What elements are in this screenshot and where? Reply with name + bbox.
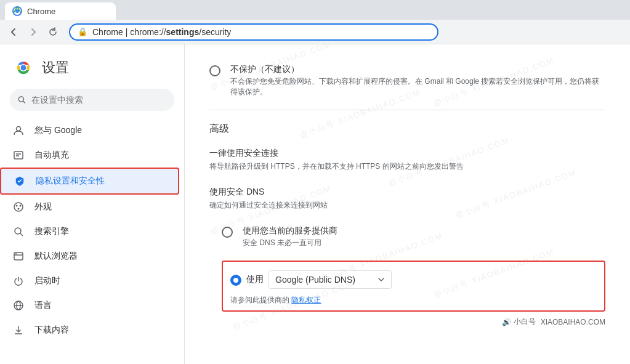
chrome-tab-icon xyxy=(12,6,22,16)
autofill-icon xyxy=(12,149,25,161)
dns-current-option[interactable]: 使用您当前的服务提供商 安全 DNS 未必一直可用 xyxy=(222,218,605,256)
privacy-note-text: 请参阅此提供商的 xyxy=(230,296,289,304)
main-content: @小白号 XIAOBAIHAO.COM @小白号 XIAOBAIHAO.COM … xyxy=(185,44,630,364)
address-bar[interactable]: 🔒 Chrome | chrome://settings/security xyxy=(69,23,438,41)
svg-point-4 xyxy=(21,65,26,71)
svg-line-16 xyxy=(20,233,23,236)
privacy-link[interactable]: 隐私权正 xyxy=(291,296,321,304)
sidebar: 设置 您与 Google xyxy=(0,44,185,364)
palette-icon xyxy=(12,201,25,213)
shield-icon xyxy=(14,175,26,187)
no-protection-option[interactable]: 不保护（不建议） 不会保护您免受危险网站、下载内容和扩展程序的侵害。在 Gmai… xyxy=(209,57,605,105)
no-protection-desc: 不会保护您免受危险网站、下载内容和扩展程序的侵害。在 Gmail 和 Googl… xyxy=(230,76,605,97)
svg-point-11 xyxy=(14,203,23,211)
back-button[interactable] xyxy=(5,23,22,41)
dns-setting: 使用安全 DNS 确定如何通过安全连接来连接到网站 xyxy=(209,179,605,218)
sidebar-item-privacy[interactable]: 隐私设置和安全性 xyxy=(0,168,179,195)
sidebar-label-autofill: 自动填充 xyxy=(34,150,69,161)
nav-bar: 🔒 Chrome | chrome://settings/security xyxy=(0,20,630,44)
svg-point-13 xyxy=(20,205,22,207)
dns-current-title: 使用您当前的服务提供商 xyxy=(243,225,605,237)
lock-icon: 🔒 xyxy=(78,27,87,36)
sidebar-item-google[interactable]: 您与 Google xyxy=(0,118,179,143)
sidebar-label-language: 语言 xyxy=(34,300,52,311)
no-protection-text: 不保护（不建议） 不会保护您免受危险网站、下载内容和扩展程序的侵害。在 Gmai… xyxy=(230,64,605,97)
back-icon xyxy=(9,27,18,37)
no-protection-radio[interactable] xyxy=(209,65,220,76)
search-bar[interactable] xyxy=(10,89,174,111)
tab-bar: Chrome xyxy=(0,0,630,20)
svg-point-5 xyxy=(18,97,23,102)
refresh-button[interactable] xyxy=(44,23,62,41)
url-suffix: /security xyxy=(199,27,231,37)
sidebar-label-search: 搜索引擎 xyxy=(34,226,69,237)
svg-rect-8 xyxy=(14,152,23,159)
https-title: 一律使用安全连接 xyxy=(209,148,605,159)
bottom-watermark-bar: 🔊 小白号 XIAOBAIHAO.COM xyxy=(209,312,605,332)
sidebar-label-privacy: 隐私设置和安全性 xyxy=(36,176,105,187)
url-prefix: Chrome | chrome:// xyxy=(92,27,166,37)
forward-icon xyxy=(28,27,38,37)
sidebar-item-appearance[interactable]: 外观 xyxy=(0,195,179,219)
dns-provider-text: Google (Public DNS) xyxy=(275,275,373,285)
forward-button[interactable] xyxy=(25,23,42,41)
dns-google-radio[interactable] xyxy=(230,275,241,286)
globe-icon xyxy=(12,299,25,312)
chrome-logo xyxy=(12,57,34,79)
url-bold: settings xyxy=(166,27,200,37)
security-section: 不保护（不建议） 不会保护您免受危险网站、下载内容和扩展程序的侵害。在 Gmai… xyxy=(209,44,605,344)
dns-current-radio[interactable] xyxy=(222,227,233,238)
dns-desc: 确定如何通过安全连接来连接到网站 xyxy=(209,200,605,211)
dns-current-desc: 安全 DNS 未必一直可用 xyxy=(243,238,605,248)
no-protection-title: 不保护（不建议） xyxy=(230,64,605,75)
refresh-icon xyxy=(48,27,58,37)
divider-1 xyxy=(209,110,605,110)
sidebar-item-search[interactable]: 搜索引擎 xyxy=(0,219,179,244)
search-icon xyxy=(17,95,26,105)
dns-current-text: 使用您当前的服务提供商 安全 DNS 未必一直可用 xyxy=(243,225,605,248)
browser-tab[interactable]: Chrome xyxy=(5,2,116,20)
chevron-down-icon xyxy=(378,276,385,283)
sidebar-item-download[interactable]: 下载内容 xyxy=(0,318,179,342)
dns-google-section: 使用 Google (Public DNS) 请参阅此提供商的 隐私权正 xyxy=(222,261,605,312)
browser-icon xyxy=(12,250,25,262)
sidebar-item-browser[interactable]: 默认浏览器 xyxy=(0,244,179,269)
dns-title: 使用安全 DNS xyxy=(209,187,605,198)
power-icon xyxy=(12,275,25,287)
sidebar-label-appearance: 外观 xyxy=(34,201,52,212)
svg-point-15 xyxy=(15,228,21,234)
dns-provider-select[interactable]: Google (Public DNS) xyxy=(269,270,392,289)
https-desc: 将导航路径升级到 HTTPS，并在加载不支持 HTTPS 的网站之前向您发出警告 xyxy=(209,161,605,172)
search-nav-icon xyxy=(12,225,25,238)
url-display: Chrome | chrome://settings/security xyxy=(92,27,231,37)
sidebar-item-autofill[interactable]: 自动填充 xyxy=(0,143,179,168)
browser-chrome: Chrome 🔒 Chrome | chrome://settings/secu… xyxy=(0,0,630,44)
sidebar-label-download: 下载内容 xyxy=(34,325,69,336)
dns-google-option[interactable]: 使用 Google (Public DNS) xyxy=(230,267,597,293)
svg-point-14 xyxy=(18,208,20,210)
search-input[interactable] xyxy=(31,95,167,105)
sidebar-label-google: 您与 Google xyxy=(34,125,82,136)
dns-use-label: 使用 xyxy=(246,274,264,285)
sidebar-item-language[interactable]: 语言 xyxy=(0,293,179,318)
tab-label: Chrome xyxy=(27,7,55,16)
privacy-note: 请参阅此提供商的 隐私权正 xyxy=(230,295,597,305)
settings-page: 设置 您与 Google xyxy=(0,44,630,364)
svg-point-7 xyxy=(17,127,21,131)
sidebar-label-browser: 默认浏览器 xyxy=(34,251,78,262)
settings-title: 设置 xyxy=(42,59,69,77)
sidebar-item-startup[interactable]: 启动时 xyxy=(0,269,179,293)
settings-header: 设置 xyxy=(0,49,184,86)
sidebar-label-startup: 启动时 xyxy=(34,275,60,286)
svg-point-19 xyxy=(15,253,17,254)
https-setting: 一律使用安全连接 将导航路径升级到 HTTPS，并在加载不支持 HTTPS 的网… xyxy=(209,140,605,179)
svg-point-12 xyxy=(16,205,18,207)
person-icon xyxy=(12,124,25,137)
download-icon xyxy=(12,324,25,336)
svg-line-6 xyxy=(23,101,25,103)
advanced-label: 高级 xyxy=(209,115,605,140)
